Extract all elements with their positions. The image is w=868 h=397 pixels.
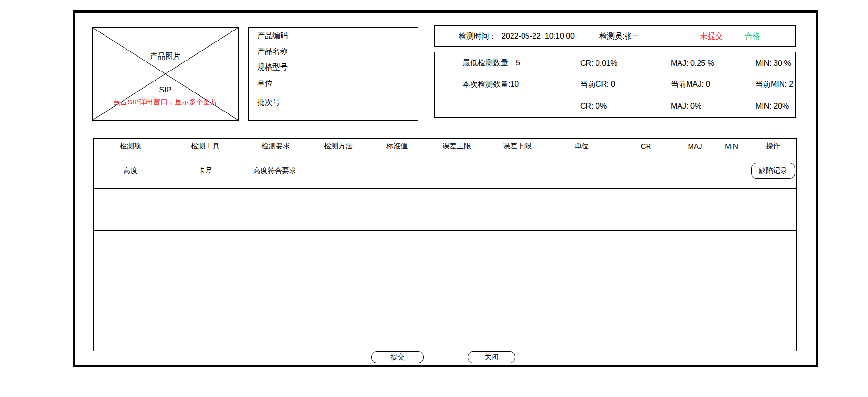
field-label-batch-no: 批次号: [257, 98, 280, 108]
stat-current-qty: 本次检测数量:10: [462, 80, 580, 90]
table-row-empty-2: [94, 231, 796, 269]
field-label-unit: 单位: [257, 79, 272, 89]
stat-cr-limit: CR: 0.01%: [580, 59, 671, 68]
cell-item: 高度: [94, 166, 167, 175]
stat-min-limit: MIN: 30 %: [755, 59, 795, 68]
sip-link[interactable]: SIP: [93, 86, 238, 94]
stat-maj-limit: MAJ: 0.25 %: [671, 59, 755, 68]
cell-tool: 卡尺: [167, 166, 243, 175]
stat-current-min: 当前MIN: 2: [755, 80, 795, 90]
submit-status-badge: 未提交: [700, 31, 723, 41]
stat-current-maj: 当前MAJ: 0: [671, 80, 755, 90]
table-header-row: 检测项 检测工具 检测要求 检测方法 标准值 误差上限 误差下限 单位 CR M…: [94, 139, 796, 153]
stat-maj-rate: MAJ: 0%: [671, 102, 755, 111]
col-header-standard-value: 标准值: [368, 142, 426, 151]
window-frame: 产品图片 SIP 点击SIP弹出窗口，显示多个图片 产品编码 产品名称 规格型号…: [73, 10, 818, 367]
col-header-unit: 单位: [547, 142, 616, 151]
field-label-spec-model: 规格型号: [257, 62, 288, 72]
col-header-tool: 检测工具: [167, 142, 243, 151]
inspection-table: 检测项 检测工具 检测要求 检测方法 标准值 误差上限 误差下限 单位 CR M…: [93, 138, 797, 351]
col-header-lower-limit: 误差下限: [487, 142, 547, 151]
stat-min-rate: MIN: 20%: [755, 102, 795, 111]
col-header-maj: MAJ: [676, 142, 714, 150]
sip-note: 点击SIP弹出窗口，显示多个图片: [93, 98, 238, 107]
table-row: 高度 卡尺 高度符合要求 缺陷记录: [94, 153, 796, 189]
field-label-product-name: 产品名称: [257, 47, 288, 57]
col-header-method: 检测方法: [309, 142, 368, 151]
table-row-empty-4: [94, 311, 796, 351]
stat-current-cr: 当前CR: 0: [580, 80, 671, 90]
col-header-min: MIN: [714, 142, 749, 150]
stat-min-qty: 最低检测数量：5: [462, 58, 580, 68]
product-image-placeholder[interactable]: 产品图片 SIP 点击SIP弹出窗口，显示多个图片: [92, 27, 239, 121]
inspection-time-label: 检测时间：: [459, 31, 497, 41]
product-info-panel: 产品编码 产品名称 规格型号 单位 批次号: [248, 27, 418, 121]
col-header-action: 操作: [749, 142, 797, 151]
cell-action: 缺陷记录: [749, 163, 797, 179]
stat-cr-rate: CR: 0%: [580, 102, 671, 111]
product-image-label: 产品图片: [93, 51, 238, 61]
col-header-cr: CR: [616, 142, 676, 150]
table-row-empty-1: [94, 189, 796, 231]
defect-record-button[interactable]: 缺陷记录: [751, 163, 795, 179]
stats-panel: 最低检测数量：5 CR: 0.01% MAJ: 0.25 % MIN: 30 %…: [434, 52, 796, 118]
table-row-empty-3: [94, 269, 796, 311]
submit-button[interactable]: 提交: [371, 351, 424, 363]
inspector-name: 检测员:张三: [599, 31, 639, 41]
col-header-upper-limit: 误差上限: [426, 142, 487, 151]
inspection-time-value: 2022-05-22 10:10:00: [502, 32, 575, 41]
col-header-item: 检测项: [94, 142, 167, 151]
result-status-badge: 合格: [745, 31, 760, 41]
close-button[interactable]: 关闭: [468, 351, 515, 363]
field-label-product-code: 产品编码: [257, 31, 288, 41]
cell-requirement: 高度符合要求: [243, 166, 309, 175]
inspection-meta-panel: 检测时间： 2022-05-22 10:10:00 检测员:张三 未提交 合格: [434, 25, 796, 47]
col-header-requirement: 检测要求: [243, 142, 309, 151]
